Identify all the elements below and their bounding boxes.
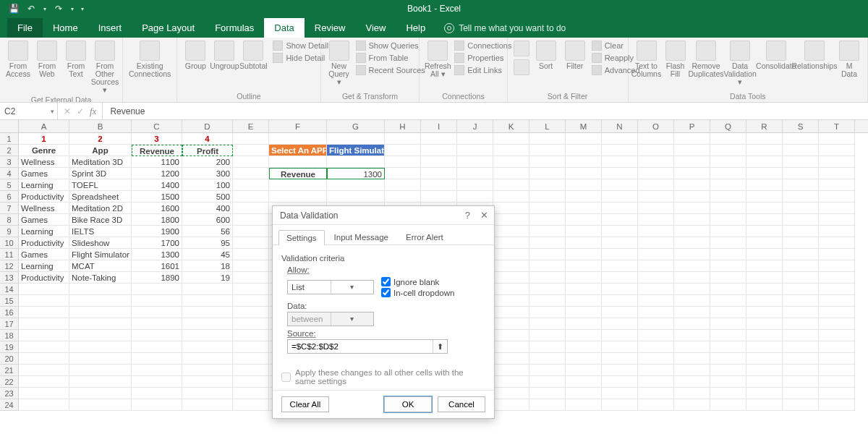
existing-connections-button[interactable]: Existing Connections [129,41,171,78]
cell[interactable] [674,226,710,237]
cell[interactable] [602,237,638,249]
cell[interactable] [327,179,385,191]
cell[interactable] [493,318,529,330]
cell[interactable] [529,249,566,260]
cell[interactable] [385,145,421,156]
cell[interactable] [457,168,493,179]
cell[interactable] [529,318,566,330]
cell[interactable] [783,353,819,365]
cell[interactable] [233,156,269,168]
cell[interactable]: 1900 [132,226,182,237]
cell[interactable] [710,249,746,260]
col-head[interactable]: T [819,120,855,132]
cell[interactable] [819,179,855,191]
cell[interactable]: Note-Taking [69,272,132,284]
cell[interactable] [674,168,710,179]
cell[interactable] [783,399,819,411]
from-text-button[interactable]: From Text [64,41,88,78]
cell[interactable] [421,156,457,168]
cell[interactable] [819,214,855,226]
cell[interactable] [566,388,602,399]
cell[interactable] [602,214,638,226]
cell[interactable] [638,307,674,318]
select-all-corner[interactable] [0,120,19,132]
cell[interactable] [602,388,638,399]
row-head[interactable]: 9 [0,226,18,237]
cell[interactable] [132,284,182,295]
cell[interactable]: Select An APP [269,145,327,156]
cell[interactable] [746,226,783,237]
cell[interactable] [69,376,132,388]
cell[interactable] [566,365,602,376]
cell[interactable] [819,341,855,353]
cell[interactable] [674,318,710,330]
cell[interactable] [710,237,746,249]
cell[interactable] [674,214,710,226]
col-head[interactable]: R [746,120,783,132]
cell[interactable] [746,284,783,295]
cell[interactable] [638,179,674,191]
cell[interactable] [493,156,529,168]
sort-dialog-button[interactable]: Sort [534,41,558,70]
cell[interactable] [269,191,327,203]
cell[interactable] [674,145,710,156]
cell[interactable] [566,133,602,145]
dialog-title-bar[interactable]: Data Validation ? ✕ [273,206,494,225]
col-head[interactable]: M [566,120,602,132]
cell[interactable] [602,376,638,388]
tab-file[interactable]: File [7,18,43,38]
col-head[interactable]: N [602,120,638,132]
properties-button[interactable]: Properties [454,53,511,63]
undo-icon[interactable]: ↶ [26,4,36,14]
cell[interactable] [783,284,819,295]
cell[interactable] [783,133,819,145]
row-head[interactable]: 23 [0,388,18,399]
cell[interactable] [783,203,819,214]
cell[interactable] [529,260,566,272]
cell[interactable] [638,284,674,295]
cell[interactable] [493,307,529,318]
col-head[interactable]: K [493,120,529,132]
cell[interactable] [674,295,710,307]
cell[interactable] [674,353,710,365]
cell[interactable] [233,365,269,376]
col-head[interactable]: O [638,120,674,132]
cell[interactable] [638,330,674,341]
cell[interactable] [819,249,855,260]
cell[interactable] [566,168,602,179]
row-head[interactable]: 1 [0,133,18,145]
cell[interactable] [746,133,783,145]
cell[interactable] [638,249,674,260]
cell[interactable] [638,341,674,353]
cell[interactable] [674,307,710,318]
cell[interactable] [674,203,710,214]
tab-page-layout[interactable]: Page Layout [132,18,205,38]
col-head[interactable]: P [674,120,710,132]
cell[interactable] [529,156,566,168]
cell[interactable] [602,284,638,295]
from-other-button[interactable]: From Other Sources ▾ [93,41,117,94]
cell[interactable] [819,353,855,365]
tab-insert[interactable]: Insert [88,18,132,38]
col-head[interactable]: L [529,120,566,132]
cell[interactable] [819,168,855,179]
cell[interactable]: Sprint 3D [69,168,132,179]
cell[interactable]: 56 [182,226,233,237]
row-head[interactable]: 2 [0,145,18,156]
cell[interactable] [674,341,710,353]
cell[interactable]: Productivity [19,272,69,284]
cell[interactable]: Productivity [19,237,69,249]
cell[interactable] [602,330,638,341]
cell[interactable] [746,307,783,318]
name-box[interactable]: C2 [0,103,58,119]
cancel-formula-icon[interactable]: ✕ [64,106,71,116]
row-head[interactable]: 17 [0,318,18,330]
cell[interactable]: 18 [182,260,233,272]
row-head[interactable]: 20 [0,353,18,365]
cell[interactable] [182,307,233,318]
cell[interactable]: Learning [19,179,69,191]
cell[interactable] [819,260,855,272]
cell[interactable] [819,318,855,330]
cell[interactable] [19,365,69,376]
cell[interactable]: 1100 [132,156,182,168]
